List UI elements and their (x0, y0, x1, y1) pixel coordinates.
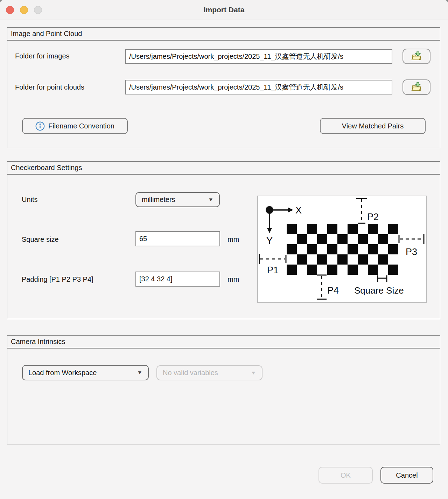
open-folder-icon (411, 51, 422, 61)
checkerboard-pattern (287, 224, 398, 275)
open-folder-icon (411, 82, 422, 92)
folder-for-images-input[interactable] (125, 49, 392, 64)
padding-unit: mm (227, 275, 239, 283)
section-body: Folder for images Folder for point cloud… (7, 40, 440, 148)
padding-label: Padding [P1 P2 P3 P4] (22, 275, 93, 283)
section-title: Checkerboard Settings (7, 161, 440, 174)
ok-button: OK (318, 467, 373, 484)
p1-label: P1 (267, 265, 279, 275)
cancel-button-label: Cancel (396, 471, 418, 479)
view-matched-pairs-button[interactable]: View Matched Pairs (320, 118, 426, 134)
window-title: Import Data (0, 0, 448, 20)
checkerboard-diagram: X Y P2 P3 (257, 196, 427, 303)
chevron-down-icon: ▼ (251, 370, 256, 375)
section-body: Units millimeters ▼ Square size mm Paddi… (7, 174, 440, 319)
section-checkerboard-settings: Checkerboard Settings Units millimeters … (7, 161, 440, 319)
intrinsics-source-dropdown[interactable]: Load from Workspace ▼ (22, 365, 149, 380)
square-size-unit: mm (227, 236, 239, 244)
filename-convention-label: Filename Convention (48, 122, 114, 130)
folder-for-point-clouds-input[interactable] (125, 80, 392, 94)
section-camera-intrinsics: Camera Intrinsics Load from Workspace ▼ … (7, 335, 440, 444)
units-dropdown-value: millimeters (142, 196, 175, 204)
section-body: Load from Workspace ▼ No valid variables… (7, 348, 440, 444)
browse-point-clouds-folder-button[interactable] (402, 79, 430, 95)
browse-images-folder-button[interactable] (402, 49, 430, 64)
section-title: Image and Point Cloud (7, 27, 440, 40)
intrinsics-variables-dropdown: No valid variables ▼ (156, 365, 262, 380)
square-size-label: Square size (22, 236, 59, 244)
import-data-dialog: Import Data Image and Point Cloud Folder… (0, 0, 448, 499)
intrinsics-source-value: Load from Workspace (28, 369, 97, 377)
chevron-down-icon: ▼ (137, 370, 142, 375)
folder-for-images-label: Folder for images (15, 52, 70, 60)
y-axis-label: Y (266, 236, 273, 246)
padding-input[interactable] (135, 272, 220, 287)
x-axis-label: X (295, 205, 302, 216)
section-title: Camera Intrinsics (7, 335, 440, 348)
p2-label: P2 (367, 212, 379, 222)
p4-label: P4 (327, 285, 339, 296)
folder-for-point-clouds-label: Folder for point clouds (15, 83, 84, 91)
units-dropdown[interactable]: millimeters ▼ (135, 192, 220, 207)
chevron-down-icon: ▼ (208, 197, 214, 202)
titlebar: Import Data (0, 0, 448, 20)
y-axis-arrow-icon (267, 228, 272, 233)
square-size-caption: Square Size (354, 285, 404, 296)
view-matched-pairs-label: View Matched Pairs (342, 122, 404, 130)
x-axis-arrow-icon (288, 208, 293, 213)
ok-button-label: OK (341, 471, 351, 479)
intrinsics-variables-value: No valid variables (163, 369, 218, 377)
square-size-input[interactable] (135, 231, 220, 246)
cancel-button[interactable]: Cancel (380, 467, 433, 484)
section-image-and-point-cloud: Image and Point Cloud Folder for images … (7, 27, 440, 148)
units-label: Units (22, 196, 38, 204)
info-icon (35, 121, 45, 131)
p3-label: P3 (406, 247, 417, 257)
filename-convention-button[interactable]: Filename Convention (22, 118, 128, 134)
